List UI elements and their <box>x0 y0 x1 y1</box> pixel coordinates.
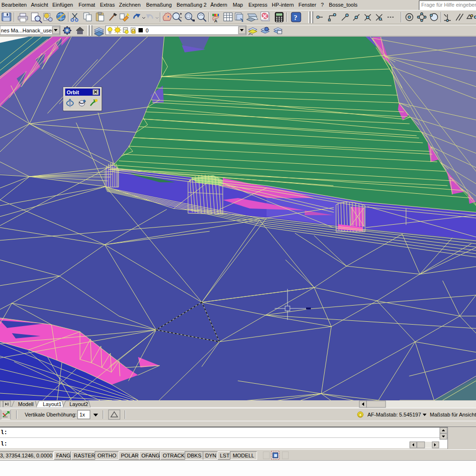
svg-text:?: ? <box>294 14 298 21</box>
svg-text:Vertikale Überhöhung:: Vertikale Überhöhung: <box>25 412 77 417</box>
svg-text:AF-Maßstab: 5.545197: AF-Maßstab: 5.545197 <box>367 412 421 417</box>
svg-text:Modell: Modell <box>18 401 33 407</box>
svg-text:Maßstab für Ansicht: Maßstab für Ansicht <box>430 412 476 417</box>
svg-text:l:: l: <box>0 441 7 447</box>
svg-text:Layout2: Layout2 <box>69 401 88 407</box>
svg-text:A: A <box>214 19 218 23</box>
svg-text:nes Ma...Hanack_user: nes Ma...Hanack_user <box>1 28 53 33</box>
svg-text:1x: 1x <box>79 412 85 417</box>
svg-text:l:: l: <box>0 429 7 436</box>
svg-text:Orbit: Orbit <box>67 89 79 95</box>
svg-text:Layout1: Layout1 <box>43 401 61 407</box>
svg-text:0: 0 <box>146 28 149 33</box>
